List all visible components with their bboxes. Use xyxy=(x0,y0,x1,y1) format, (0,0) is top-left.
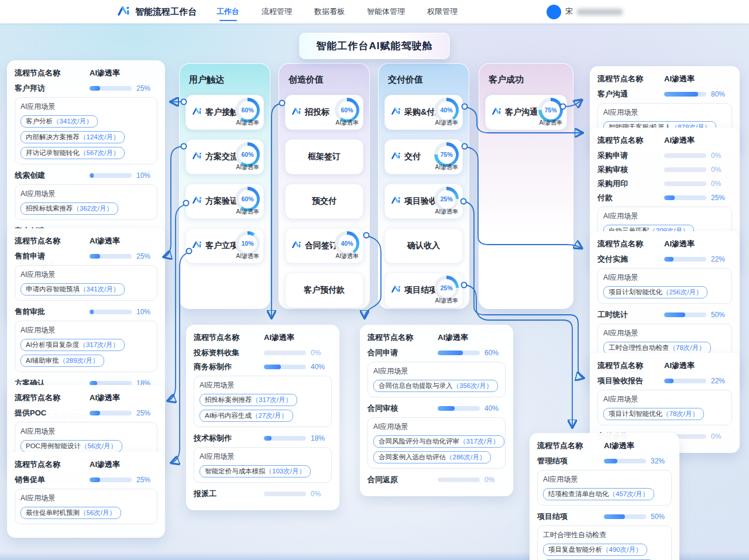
flow-node-label: 确认收入 xyxy=(385,229,462,263)
ai-scenario-tag[interactable]: 合同风险评分与自动化评审（317次/月） xyxy=(373,435,504,448)
ai-rate-progress-bar xyxy=(664,257,706,262)
ai-rate-progress-bar xyxy=(438,351,480,355)
ai-scenario-label: 工时合理性自动检查 xyxy=(543,530,666,540)
detail-card-header: 流程节点名称AI渗透率 xyxy=(367,332,506,343)
flow-node-3-0[interactable]: 客户沟通75%AI渗透率 xyxy=(485,95,567,130)
detail-card-header: 流程节点名称AI渗透率 xyxy=(15,236,157,246)
ai-rate-progress-bar xyxy=(264,492,306,496)
menu-item-0[interactable]: 工作台 xyxy=(217,0,239,23)
ai-scenario-tag[interactable]: 合同案例入选自动评估（286次/月） xyxy=(373,451,491,463)
column-header-node-name: 流程节点名称 xyxy=(597,360,664,371)
flow-node-1-2[interactable]: 预交付 xyxy=(285,184,363,219)
donut-caption: AI渗透率 xyxy=(435,119,458,127)
progress-fill xyxy=(604,514,625,519)
progress-fill xyxy=(604,459,617,463)
ai-logo-icon xyxy=(391,196,401,207)
flow-node-name: 客户接触 xyxy=(205,107,238,118)
ai-rate-progress-bar xyxy=(664,92,706,97)
tag-text: 拜访记录智能转化 xyxy=(26,149,80,157)
ai-scenario-tag[interactable]: 最佳促单时机预测（56次/月） xyxy=(20,507,121,519)
donut-caption: AI渗透率 xyxy=(435,208,458,216)
flow-node-2-4[interactable]: 项目结项25%AI渗透率 xyxy=(384,273,463,308)
ai-scenario-tag[interactable]: 结项检查清单自动化（457次/月） xyxy=(543,488,654,500)
tag-text: 客户分析 xyxy=(26,117,53,126)
flow-node-1-3[interactable]: 合同签订40%AI渗透率 xyxy=(285,228,363,263)
ai-scenario-box: AI应用场景合同风险评分与自动化评审（317次/月）合同案例入选自动评估（286… xyxy=(367,417,506,469)
ai-rate-value: 50% xyxy=(711,311,732,319)
ai-rate-value: 0% xyxy=(711,432,732,441)
stage-column-2: 交付价值采购&付款40%AI渗透率交付75%AI渗透率项目验收25%AI渗透率确… xyxy=(378,63,469,309)
flow-node-2-1[interactable]: 交付75%AI渗透率 xyxy=(384,139,463,174)
menu-item-4[interactable]: 权限管理 xyxy=(427,0,458,23)
ai-scenario-label: AI应用场景 xyxy=(20,102,152,112)
donut-hole: 40% xyxy=(338,235,356,253)
ai-scenario-tag[interactable]: 招投标线索推荐（362次/月） xyxy=(20,202,118,215)
flow-node-0-2[interactable]: 方案验证60%AI渗透率 xyxy=(185,184,264,219)
app-logo-icon xyxy=(117,5,131,18)
ai-scenario-tag[interactable]: 客户分析（341次/月） xyxy=(20,115,98,128)
flow-node-1-1[interactable]: 框架签订 xyxy=(285,139,363,174)
column-header-node-name: 流程节点名称 xyxy=(15,393,90,403)
column-header-ai-rate: AI渗透率 xyxy=(664,239,732,249)
tag-count: （341次/月） xyxy=(80,285,119,294)
ai-scenario-box: AI应用场景客户分析（341次/月）内部解决方案推荐（124次/月）拜访记录智能… xyxy=(15,97,157,164)
ai-rate-progress-bar xyxy=(604,514,646,519)
tag-text: 工时合理性自动检查 xyxy=(609,343,669,352)
column-header-node-name: 流程节点名称 xyxy=(15,459,90,470)
detail-card-header: 流程节点名称AI渗透率 xyxy=(537,441,672,451)
flow-node-2-2[interactable]: 项目验收25%AI渗透率 xyxy=(384,184,463,219)
user-box[interactable]: 宋 xyxy=(547,0,623,23)
flow-node-1-0[interactable]: 招投标60%AI渗透率 xyxy=(285,95,363,130)
tag-count: （457次/月） xyxy=(609,490,649,499)
stage-column-1: 创造价值招投标60%AI渗透率框架签订预交付合同签订40%AI渗透率客户预付款 xyxy=(279,63,370,309)
column-header-ai-rate: AI渗透率 xyxy=(264,332,332,343)
detail-card-header: 流程节点名称AI渗透率 xyxy=(597,239,732,249)
flow-node-2-0[interactable]: 采购&付款40%AI渗透率 xyxy=(384,95,463,130)
ai-rate-progress-bar xyxy=(264,351,306,355)
ai-rate-value: 0% xyxy=(711,180,732,188)
process-node-name: 合同审核 xyxy=(367,403,438,414)
ai-scenario-tag[interactable]: 合同信息自动提取与录入（356次/月） xyxy=(373,380,498,392)
process-node-row: 工时统计50% xyxy=(597,310,732,320)
tag-text: 结项检查清单自动化 xyxy=(548,490,609,499)
ai-scenario-tag[interactable]: POC用例智能设计（56次/月） xyxy=(20,440,122,452)
ai-scenario-tags: AI分析项目复杂度（317次/月）AI辅助审批（289次/月） xyxy=(20,339,152,367)
flow-node-2-3[interactable]: 确认收入 xyxy=(384,228,463,263)
ai-scenario-tag[interactable]: 项目计划智能优化（78次/月） xyxy=(603,408,704,420)
ai-rate-progress-bar xyxy=(90,173,132,178)
ai-scenario-tag[interactable]: 项目计划智能优化（256次/月） xyxy=(603,286,707,298)
menu-item-1[interactable]: 流程管理 xyxy=(262,0,292,23)
ai-rate-value: 10% xyxy=(136,171,157,180)
ai-scenario-tag[interactable]: AI分析项目复杂度（317次/月） xyxy=(20,339,125,351)
detail-card-header: 流程节点名称AI渗透率 xyxy=(597,360,732,371)
flow-node-1-4[interactable]: 客户预付款 xyxy=(285,273,363,308)
process-node-name: 提供POC xyxy=(15,408,90,418)
ai-scenario-tag[interactable]: AI标书内容生成（27次/月） xyxy=(200,410,293,422)
detail-card-header: 流程节点名称AI渗透率 xyxy=(597,135,732,146)
ai-scenario-tag[interactable]: 智能定价与成本模拟（103次/月） xyxy=(200,465,311,477)
ai-scenario-tag[interactable]: 拜访记录智能转化（567次/月） xyxy=(20,147,125,159)
process-node-name: 销售促单 xyxy=(15,475,90,485)
ai-scenario-tag[interactable]: 工时合理性自动检查（78次/月） xyxy=(603,342,711,354)
flow-node-0-0[interactable]: 客户接触60%AI渗透率 xyxy=(185,95,264,130)
flow-node-0-3[interactable]: 客户立项10%AI渗透率 xyxy=(185,228,264,263)
ai-scenario-tag[interactable]: 内部解决方案推荐（124次/月） xyxy=(20,131,125,143)
column-header-node-name: 流程节点名称 xyxy=(597,135,664,146)
donut-caption: AI渗透率 xyxy=(236,163,259,171)
menu-item-2[interactable]: 数据看板 xyxy=(314,0,345,23)
menu-item-3[interactable]: 智能体管理 xyxy=(367,0,405,23)
ai-scenario-tag[interactable]: AI辅助审批（289次/月） xyxy=(20,355,104,367)
ai-scenario-tag[interactable]: 申请内容智能预填（341次/月） xyxy=(20,283,125,296)
flow-node-label: 框架签订 xyxy=(286,140,363,174)
top-navbar: 智能流程工作台 工作台流程管理数据看板智能体管理权限管理 宋 xyxy=(0,0,749,23)
tag-text: 最佳促单时机预测 xyxy=(26,509,80,517)
avatar[interactable] xyxy=(547,5,561,19)
ai-scenario-tag[interactable]: 项目复盘智能分析（490次/月） xyxy=(543,544,647,556)
column-header-ai-rate: AI渗透率 xyxy=(664,360,732,371)
progress-fill xyxy=(664,257,674,262)
progress-fill xyxy=(664,312,685,317)
tag-text: 合同风险评分与自动化评审 xyxy=(379,437,459,446)
ai-scenario-tag[interactable]: 招投标案例推荐（317次/月） xyxy=(200,394,297,406)
flow-node-0-1[interactable]: 方案交流60%AI渗透率 xyxy=(185,139,264,174)
column-header-ai-rate: AI渗透率 xyxy=(664,135,732,146)
